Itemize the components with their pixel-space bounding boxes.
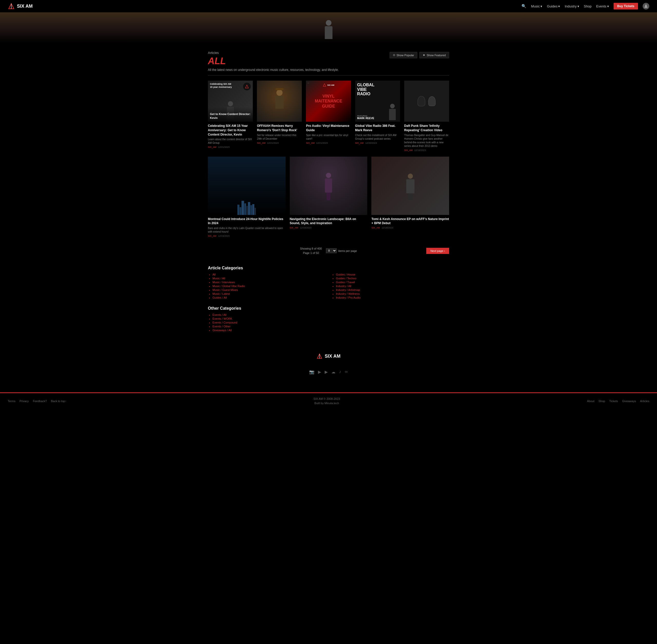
article-title: Montreal Could Introduce 24-Hour Nightli… <box>208 217 286 226</box>
list-item[interactable]: Music / Latest <box>212 292 326 295</box>
article-meta: SIX_AM 12/21/2023 <box>306 142 351 144</box>
tickets-link[interactable]: Tickets <box>609 399 618 402</box>
list-item[interactable]: Industry / Pro Audio <box>336 296 449 299</box>
thumb-text: Get to Know Content Director: Kevin <box>210 112 251 120</box>
list-item[interactable]: Music / Interviews <box>212 281 326 284</box>
article-card[interactable]: Montreal Could Introduce 24-Hour Nightli… <box>208 157 286 237</box>
list-item[interactable]: Music / Global Vibe Radio <box>212 284 326 288</box>
list-item[interactable]: Events / Other <box>212 325 449 328</box>
svg-marker-4 <box>323 84 326 87</box>
feedback-link[interactable]: Feedback? <box>33 399 47 402</box>
footer-social-icons: 📷 ▶ ▶ ☁ ♪ ∞ <box>208 369 449 374</box>
site-logo[interactable]: SIX AM <box>8 3 32 10</box>
show-featured-button[interactable]: ★ Show Featured <box>419 52 449 58</box>
article-date: 12/21/2023 <box>218 146 230 148</box>
article-card[interactable]: Tomi & Kesh Announce EP on wAFF's Nature… <box>371 157 449 237</box>
list-item[interactable]: Guides / Techno <box>336 277 449 280</box>
privacy-link[interactable]: Privacy <box>20 399 29 402</box>
article-card[interactable]: Celebrating SIX AM 15 year Anniversary G… <box>208 80 253 152</box>
giveaways-link[interactable]: Giveaways <box>622 399 636 402</box>
article-card[interactable]: OFFAIAH Remixes Harry Romero's 'Don't St… <box>257 80 302 152</box>
article-author: SIX_AM <box>257 142 265 144</box>
article-title: Pro Audio: Vinyl Maintenance Guide <box>306 124 351 133</box>
avatar[interactable] <box>642 3 649 9</box>
article-card[interactable]: GLOBALVIBERADIO FEATURING MARK REEVE Glo… <box>355 80 400 152</box>
terms-link[interactable]: Terms <box>8 399 16 402</box>
article-categories-list: AllMusic / AllMusic / InterviewsMusic / … <box>208 273 449 300</box>
shop-link[interactable]: Shop <box>599 399 605 402</box>
article-card[interactable]: Navigating the Electronic Landscape: BII… <box>290 157 368 237</box>
list-item[interactable]: Guides / House <box>336 273 449 276</box>
article-thumbnail <box>257 80 302 122</box>
show-popular-button[interactable]: ⊙ Show Popular <box>390 52 418 58</box>
next-page-button[interactable]: Next page › <box>426 248 449 254</box>
article-meta: SIX_AM 12/18/2023 <box>371 227 449 229</box>
article-thumbnail: GLOBALVIBERADIO FEATURING MARK REEVE <box>355 80 400 122</box>
list-item[interactable]: Industry / All <box>336 284 449 288</box>
list-item[interactable]: Industry / Artistmap <box>336 289 449 292</box>
list-item[interactable]: Guides / Travel <box>336 281 449 284</box>
article-author: SIX_AM <box>208 146 216 148</box>
nav-item-music[interactable]: Music ▾ <box>531 4 542 8</box>
built-by-text: Built by Minuta.tech <box>313 401 340 406</box>
list-item[interactable]: All <box>212 273 326 276</box>
article-author: SIX_AM <box>404 149 413 152</box>
articles-label: Articles <box>208 51 339 55</box>
article-desc: Learn about the content director of SIX … <box>208 138 253 145</box>
footer-right-links: About Shop Tickets Giveaways Articles <box>587 399 649 402</box>
vinyl-title: VINYLMAITENANCEGUIDE <box>315 94 342 109</box>
nav-item-guides[interactable]: Guides ▾ <box>547 4 560 8</box>
spotify-icon[interactable]: ♪ <box>339 369 341 374</box>
items-per-page-select[interactable]: 8 16 24 <box>326 248 337 253</box>
page-text: Page 1 of 50 <box>300 251 322 255</box>
mixcloud-icon[interactable]: ∞ <box>345 369 348 374</box>
nav-item-industry[interactable]: Industry ▾ <box>565 4 579 8</box>
facebook-icon[interactable]: ▶ <box>318 369 321 374</box>
other-categories: Other Categories Events / AllEvents / WO… <box>208 306 449 332</box>
buy-tickets-button[interactable]: Buy Tickets <box>614 3 638 9</box>
articles-link[interactable]: Articles <box>640 399 649 402</box>
instagram-icon[interactable]: 📷 <box>309 369 314 374</box>
article-meta: SIX_AM 12/19/2023 <box>290 227 368 229</box>
other-categories-title: Other Categories <box>208 306 449 311</box>
footer-bar: Terms Privacy Feedback? Back to top↑ SIX… <box>0 392 657 409</box>
nav-item-events[interactable]: Events ▾ <box>596 4 609 8</box>
article-thumbnail <box>208 157 286 215</box>
about-link[interactable]: About <box>587 399 594 402</box>
header-divider <box>208 75 449 75</box>
featured-icon: ★ <box>423 53 425 57</box>
vinyl-overlay: ··· SIX AM VINYLMAITENANCEGUIDE <box>306 80 351 122</box>
article-date: 12/19/2023 <box>218 235 230 237</box>
article-thumbnail <box>371 157 449 215</box>
popular-icon: ⊙ <box>393 53 395 57</box>
nav-item-shop[interactable]: Shop <box>584 4 591 8</box>
article-author: SIX_AM <box>306 142 314 144</box>
list-item[interactable]: Music / Guest Mixes <box>212 289 326 292</box>
list-item[interactable]: Events / All <box>212 313 449 316</box>
search-icon[interactable]: 🔍 <box>521 4 526 8</box>
articles-description: All the latest news on underground elect… <box>208 68 339 72</box>
article-card[interactable]: ··· SIX AM VINYLMAITENANCEGUIDE Pro Audi… <box>306 80 351 152</box>
list-item[interactable]: Industry / Wellness <box>336 292 449 295</box>
chevron-down-icon: ▾ <box>578 4 579 8</box>
youtube-icon[interactable]: ▶ <box>325 369 328 374</box>
back-to-top-link[interactable]: Back to top↑ <box>51 399 67 402</box>
article-desc: Set for release under Incorrect this 29t… <box>257 134 302 141</box>
article-meta: SIX_AM 12/20/2023 <box>355 142 400 144</box>
articles-title: All <box>208 56 339 67</box>
soundcloud-icon[interactable]: ☁ <box>331 369 335 374</box>
list-item[interactable]: Giveaways / All <box>212 329 449 332</box>
article-desc: Check out this installment of SIX AM Gro… <box>355 134 400 141</box>
thumb-badge: Celebrating SIX AM 15 year Anniversary <box>210 83 232 89</box>
article-title: Global Vibe Radio 386 Feat. Mark Reeve <box>355 124 400 133</box>
list-item[interactable]: Music / All <box>212 277 326 280</box>
list-item[interactable]: Events / WORK <box>212 317 449 320</box>
article-thumbnail <box>404 80 449 122</box>
list-item[interactable]: Events / Compound <box>212 321 449 324</box>
article-title: Daft Punk Share 'Infinity Repeating' Cre… <box>404 124 449 133</box>
article-card[interactable]: Daft Punk Share 'Infinity Repeating' Cre… <box>404 80 449 152</box>
nav-links: 🔍 Music ▾ Guides ▾ Industry ▾ Shop Event… <box>521 3 649 9</box>
article-date: 12/19/2023 <box>300 227 311 229</box>
article-categories: Article Categories AllMusic / AllMusic /… <box>208 266 449 300</box>
list-item[interactable]: Guides / All <box>212 296 326 299</box>
